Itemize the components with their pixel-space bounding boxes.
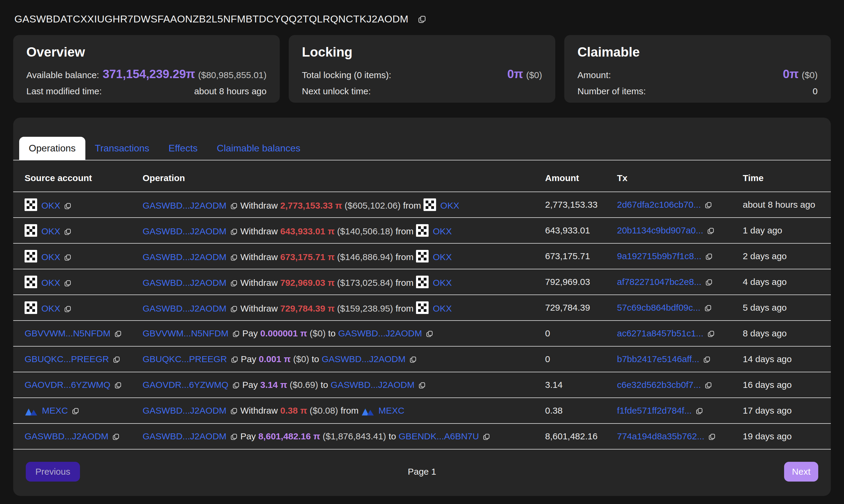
copy-icon[interactable] [704, 381, 712, 389]
copy-icon[interactable] [230, 202, 238, 210]
source-account-link[interactable]: OKX [41, 226, 60, 236]
tx-cell: 9a192715b9b7f1c8... [617, 251, 743, 261]
tab-claimable-balances[interactable]: Claimable balances [207, 137, 310, 160]
tab-effects[interactable]: Effects [159, 137, 207, 160]
source-account-link[interactable]: OKX [41, 252, 60, 262]
operation-target-link[interactable]: GASWBD...J2AODM [338, 328, 422, 338]
next-button[interactable]: Next [784, 462, 818, 482]
copy-icon[interactable] [703, 356, 711, 363]
copy-icon[interactable] [230, 305, 238, 313]
copy-icon[interactable] [232, 381, 240, 389]
tx-link[interactable]: 9a192715b9b7f1c8... [617, 251, 701, 261]
copy-icon[interactable] [114, 381, 122, 389]
amount-cell: 673,175.71 [545, 251, 617, 261]
copy-icon[interactable] [707, 330, 715, 338]
copy-icon[interactable] [705, 253, 713, 260]
copy-icon[interactable] [64, 228, 72, 236]
source-account-link[interactable]: GASWBD...J2AODM [24, 431, 108, 441]
copy-icon[interactable] [232, 330, 240, 338]
copy-icon[interactable] [707, 227, 715, 235]
operation-account-link[interactable]: GASWBD...J2AODM [143, 252, 226, 262]
operation-target-link[interactable]: MEXC [379, 406, 405, 415]
tab-operations[interactable]: Operations [19, 137, 85, 160]
copy-icon[interactable] [230, 407, 238, 415]
operation-target-link[interactable]: GBENDK...A6BN7U [399, 431, 479, 441]
operation-account-link[interactable]: GBUQKC...PREEGR [143, 354, 227, 364]
operation-account-link[interactable]: GAOVDR...6YZWMQ [143, 380, 229, 390]
operation-target-link[interactable]: OKX [433, 278, 452, 288]
copy-icon[interactable] [114, 330, 122, 338]
copy-icon[interactable] [230, 433, 238, 440]
claimable-items-value: 0 [812, 86, 817, 96]
copy-icon[interactable] [418, 15, 426, 24]
operation-target-link[interactable]: OKX [433, 252, 452, 262]
copy-icon[interactable] [112, 356, 120, 363]
amount-cell: 2,773,153.33 [545, 200, 617, 210]
tx-link[interactable]: c6e32d562b3cb0f7... [617, 380, 701, 390]
amount-cell: 0 [545, 328, 617, 339]
table-row: OKXGASWBD...J2AODM Withdraw 643,933.01 π… [13, 218, 831, 244]
source-account-link[interactable]: GBVVWM...N5NFDM [24, 328, 110, 338]
copy-icon[interactable] [64, 253, 72, 261]
tx-link[interactable]: b7bb2417e5146aff... [617, 354, 699, 364]
copy-icon[interactable] [231, 356, 239, 363]
claimable-title: Claimable [577, 44, 817, 59]
operation-target-link[interactable]: OKX [433, 226, 452, 236]
time-cell: 8 days ago [743, 328, 825, 339]
copy-icon[interactable] [64, 279, 72, 287]
copy-icon[interactable] [696, 407, 703, 415]
copy-icon[interactable] [409, 356, 417, 363]
tx-cell: c6e32d562b3cb0f7... [617, 380, 743, 390]
tx-link[interactable]: ac6271a8457b51c1... [617, 328, 704, 338]
tx-link[interactable]: 774a194d8a35b762... [617, 431, 704, 441]
operation-target-link[interactable]: GASWBD...J2AODM [322, 354, 406, 364]
copy-icon[interactable] [230, 228, 238, 236]
operation-target-link[interactable]: OKX [440, 200, 459, 211]
tx-link[interactable]: f1fde571ff2d784f... [617, 406, 692, 415]
operation-account-link[interactable]: GASWBD...J2AODM [143, 200, 226, 211]
tab-transactions[interactable]: Transactions [85, 137, 159, 160]
copy-icon[interactable] [418, 381, 426, 389]
copy-icon[interactable] [704, 304, 712, 312]
source-account-link[interactable]: OKX [41, 200, 60, 211]
tx-link[interactable]: 57c69cb864bdf09c... [617, 303, 701, 312]
claimable-items-row: Number of items: 0 [577, 86, 817, 96]
mexc-icon [24, 407, 38, 416]
copy-icon[interactable] [708, 433, 716, 440]
copy-icon[interactable] [64, 202, 72, 210]
copy-icon[interactable] [112, 433, 120, 440]
okx-icon [24, 250, 37, 263]
copy-icon[interactable] [72, 407, 80, 415]
operation-account-link[interactable]: GASWBD...J2AODM [143, 406, 226, 415]
copy-icon[interactable] [230, 253, 238, 261]
source-account-link[interactable]: MEXC [42, 406, 68, 415]
operation-account-link[interactable]: GASWBD...J2AODM [143, 304, 226, 313]
operation-cell: GAOVDR...6YZWMQ Pay 3.14 π ($0.69) to GA… [143, 380, 545, 390]
copy-icon[interactable] [64, 305, 72, 313]
source-account-link[interactable]: GBUQKC...PREEGR [24, 354, 109, 364]
claimable-card: Claimable Amount: 0π($0) Number of items… [564, 35, 831, 103]
time-cell: 5 days ago [743, 303, 825, 313]
operation-amount: 792,969.03 π [280, 278, 335, 288]
copy-icon[interactable] [426, 330, 433, 338]
copy-icon[interactable] [704, 201, 712, 209]
operations-panel: Operations Transactions Effects Claimabl… [13, 118, 831, 496]
copy-icon[interactable] [705, 278, 713, 286]
operation-account-link[interactable]: GBVVWM...N5NFDM [143, 328, 229, 338]
operation-target-link[interactable]: GASWBD...J2AODM [331, 380, 415, 390]
copy-icon[interactable] [230, 279, 238, 287]
source-account-link[interactable]: OKX [41, 278, 60, 288]
previous-button[interactable]: Previous [26, 462, 80, 482]
source-account-link[interactable]: OKX [41, 304, 60, 313]
operation-amount: 2,773,153.33 π [280, 200, 342, 211]
copy-icon[interactable] [482, 433, 490, 440]
tx-link[interactable]: 2d67dfa2c106cb70... [617, 200, 701, 210]
operation-account-link[interactable]: GASWBD...J2AODM [143, 226, 226, 236]
tx-link[interactable]: af782271047bc2e8... [617, 277, 701, 287]
okx-icon [416, 301, 428, 314]
operation-account-link[interactable]: GASWBD...J2AODM [143, 278, 226, 288]
tx-link[interactable]: 20b1134c9bd907a0... [617, 226, 703, 235]
operation-target-link[interactable]: OKX [433, 304, 452, 313]
source-account-link[interactable]: GAOVDR...6YZWMQ [24, 380, 110, 390]
operation-account-link[interactable]: GASWBD...J2AODM [143, 431, 226, 441]
